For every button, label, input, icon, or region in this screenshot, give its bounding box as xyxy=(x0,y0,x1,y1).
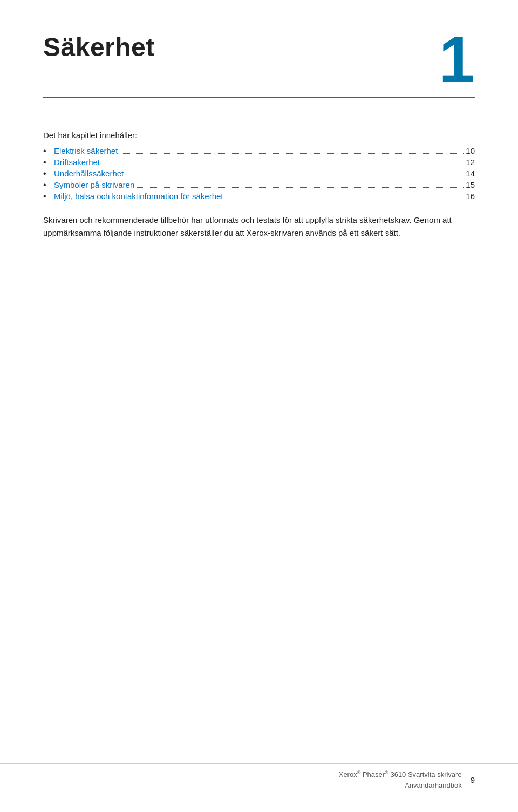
toc-item-1: Elektrisk säkerhet 10 xyxy=(43,146,475,155)
toc-page-4: 15 xyxy=(466,180,475,189)
toc-page-2: 12 xyxy=(466,158,475,167)
page: Säkerhet 1 Det här kapitlet innehåller: … xyxy=(0,0,518,812)
toc-item-4: Symboler på skrivaren 15 xyxy=(43,180,475,189)
footer-page-number: 9 xyxy=(471,775,475,784)
toc-link-3[interactable]: Underhållssäkerhet xyxy=(54,169,124,178)
toc-dots-3 xyxy=(126,176,464,176)
footer-model: 3610 Svartvita skrivare xyxy=(390,770,461,779)
footer-product-sup: ® xyxy=(385,770,388,775)
toc-page-1: 10 xyxy=(466,146,475,155)
footer-right: Xerox® Phaser® 3610 Svartvita skrivare A… xyxy=(339,769,475,790)
footer: Xerox® Phaser® 3610 Svartvita skrivare A… xyxy=(0,763,518,790)
toc-dots-1 xyxy=(120,153,464,154)
footer-brand: Xerox xyxy=(339,770,357,779)
footer-brand-sup: ® xyxy=(357,770,361,775)
footer-manual: Användarhandbok xyxy=(405,781,462,789)
toc-list: Elektrisk säkerhet 10 Driftsäkerhet 12 U… xyxy=(43,146,475,201)
footer-manual-line: Användarhandbok xyxy=(339,780,462,791)
footer-brand-line: Xerox® Phaser® 3610 Svartvita skrivare xyxy=(339,769,462,780)
toc-item-2: Driftsäkerhet 12 xyxy=(43,158,475,167)
body-text-1: Skrivaren och rekommenderade tillbehör h… xyxy=(43,215,412,224)
footer-product-name: Phaser xyxy=(363,770,385,779)
chapter-header: Säkerhet 1 xyxy=(43,32,475,98)
toc-link-5[interactable]: Miljö, hälsa och kontaktinformation för … xyxy=(54,192,223,201)
chapter-title: Säkerhet xyxy=(43,32,155,62)
toc-dots-4 xyxy=(137,187,464,188)
toc-page-3: 14 xyxy=(466,169,475,178)
footer-product-info: Xerox® Phaser® 3610 Svartvita skrivare A… xyxy=(339,769,462,790)
toc-dots-5 xyxy=(225,199,464,199)
toc-item-5: Miljö, hälsa och kontaktinformation för … xyxy=(43,192,475,201)
toc-link-4[interactable]: Symboler på skrivaren xyxy=(54,180,134,189)
chapter-number: 1 xyxy=(439,27,475,92)
toc-link-1[interactable]: Elektrisk säkerhet xyxy=(54,146,118,155)
toc-dots-2 xyxy=(102,165,464,165)
toc-item-3: Underhållssäkerhet 14 xyxy=(43,169,475,178)
body-paragraph-1: Skrivaren och rekommenderade tillbehör h… xyxy=(43,214,475,240)
intro-text: Det här kapitlet innehåller: xyxy=(43,131,475,140)
toc-page-5: 16 xyxy=(466,192,475,201)
toc-link-2[interactable]: Driftsäkerhet xyxy=(54,158,100,167)
